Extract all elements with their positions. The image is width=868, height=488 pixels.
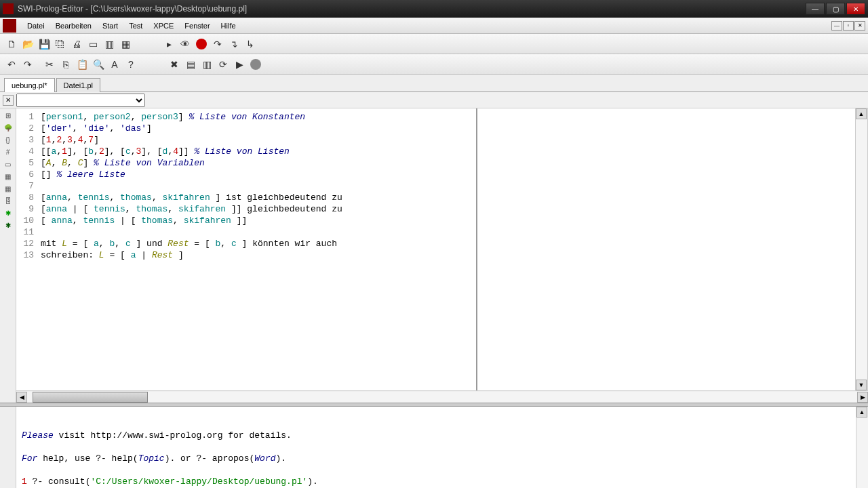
editor-vscroll[interactable]: ▲ ▼ [855, 108, 867, 390]
step-over-icon[interactable]: ↷ [210, 37, 225, 52]
spy-icon[interactable]: 👁 [178, 37, 193, 52]
editor-body: 12345678910111213 [person1, person2, per… [16, 108, 868, 390]
scroll-up-icon[interactable]: ▲ [856, 108, 867, 119]
toolbar-run-group: ✖ ▤ ▥ ⟳ ▶ [167, 57, 263, 72]
console-container: Please visit http://www.swi-prolog.org f… [0, 407, 868, 488]
print-icon[interactable]: 🖨 [69, 37, 84, 52]
editor-container: 12345678910111213 [person1, person2, per… [16, 108, 868, 403]
workspace: ⊞ 🌳 {} # ▭ ▦ ▦ 🗄 ✱ ✱ 12345678910111213 [… [0, 108, 868, 403]
box-icon[interactable]: ▦ [3, 171, 14, 182]
titlebar: SWI-Prolog-Editor - [C:\Users\kwoxer-lap… [0, 0, 868, 18]
toolbar-secondary: ↶ ↷ ✂ ⎘ 📋 🔍 A ? ✖ ▤ ▥ ⟳ ▶ [0, 54, 868, 75]
paste-icon[interactable]: 📋 [75, 57, 90, 72]
bookmark-icon[interactable]: ▤ [183, 57, 198, 72]
reload-icon[interactable]: ⟳ [216, 57, 231, 72]
consult-icon[interactable]: ▸ [161, 37, 176, 52]
find-icon[interactable]: 🔍 [91, 57, 106, 72]
record-icon[interactable] [248, 57, 263, 72]
mdi-restore[interactable]: ▫ [843, 21, 854, 30]
menu-start[interactable]: Start [97, 18, 123, 33]
close-button[interactable]: ✕ [846, 3, 865, 15]
app-menu-icon [3, 19, 16, 33]
maximize-button[interactable]: ▢ [826, 3, 845, 15]
toolbar-debug-group: ▸ 👁 ↷ ↴ ↳ [161, 37, 258, 52]
console-gutter [0, 407, 16, 488]
step-into-icon[interactable]: ↴ [226, 37, 241, 52]
copy-icon[interactable]: ⎘ [58, 57, 73, 72]
editor-tabs: uebung.pl*Datei1.pl [0, 75, 868, 92]
hash-icon[interactable]: # [3, 146, 14, 157]
menu-fenster[interactable]: Fenster [179, 18, 215, 33]
menu-test[interactable]: Test [123, 18, 148, 33]
search-dropdown[interactable] [16, 94, 145, 107]
scroll-right-icon[interactable]: ▶ [857, 392, 868, 403]
hscroll-track[interactable] [27, 392, 857, 403]
window-title: SWI-Prolog-Editor - [C:\Users\kwoxer-lap… [18, 4, 806, 14]
app-icon [3, 3, 14, 14]
redo-icon[interactable]: ↷ [20, 57, 35, 72]
bug-green-icon[interactable]: ✱ [3, 207, 14, 218]
step-out-icon[interactable]: ↳ [243, 37, 258, 52]
db-icon[interactable]: 🗄 [3, 195, 14, 206]
window-buttons: — ▢ ✕ [806, 3, 865, 15]
left-icon-bar: ⊞ 🌳 {} # ▭ ▦ ▦ 🗄 ✱ ✱ [0, 108, 16, 403]
structure-icon[interactable]: ⊞ [3, 110, 14, 121]
hscroll-thumb[interactable] [33, 392, 148, 403]
code-area[interactable]: [person1, person2, person3] % Liste von … [38, 108, 476, 390]
menu-xpce[interactable]: XPCE [148, 18, 179, 33]
grid-icon[interactable]: ▦ [3, 183, 14, 194]
mdi-close[interactable]: ✕ [854, 21, 865, 30]
minimize-button[interactable]: — [806, 3, 825, 15]
layout3-icon[interactable]: ▦ [118, 37, 133, 52]
console-vscroll-track[interactable] [856, 418, 868, 488]
line-gutter: 12345678910111213 [16, 108, 38, 390]
search-close-icon[interactable]: ✕ [3, 95, 14, 106]
menu-datei[interactable]: Datei [22, 18, 50, 33]
console-scroll-up-icon[interactable]: ▲ [856, 407, 867, 418]
editor-hscroll[interactable]: ◀ ▶ [16, 390, 868, 403]
save-icon[interactable]: 💾 [37, 37, 52, 52]
menu-hilfe[interactable]: Hilfe [216, 18, 241, 33]
toggle-bp-icon[interactable]: ✖ [167, 57, 182, 72]
mdi-minimize[interactable]: — [831, 21, 842, 30]
console-output[interactable]: Please visit http://www.swi-prolog.org f… [16, 407, 856, 488]
menubar: DateiBearbeitenStartTestXPCEFensterHilfe… [0, 18, 868, 34]
layout2-icon[interactable]: ▥ [102, 37, 117, 52]
brackets-icon[interactable]: {} [3, 134, 14, 145]
editor-right-pane [477, 108, 855, 390]
vscroll-track[interactable] [856, 119, 867, 380]
tree-icon[interactable]: 🌳 [3, 122, 14, 133]
cut-icon[interactable]: ✂ [42, 57, 57, 72]
scroll-down-icon[interactable]: ▼ [856, 380, 867, 390]
run-icon[interactable]: ▶ [232, 57, 247, 72]
console-vscroll[interactable]: ▲ ▼ [856, 407, 868, 488]
layout1-icon[interactable]: ▭ [85, 37, 100, 52]
mdi-buttons: — ▫ ✕ [831, 21, 865, 30]
toolbar-primary: 🗋 📂 💾 ⿻ 🖨 ▭ ▥ ▦ ▸ 👁 ↷ ↴ ↳ [0, 34, 868, 54]
tab-uebungpl[interactable]: uebung.pl* [4, 78, 55, 92]
open-file-icon[interactable]: 📂 [20, 37, 35, 52]
search-bar: ✕ [0, 92, 868, 108]
line-icon[interactable]: ▭ [3, 159, 14, 169]
save-all-icon[interactable]: ⿻ [53, 37, 68, 52]
undo-icon[interactable]: ↶ [4, 57, 19, 72]
tab-datei1pl[interactable]: Datei1.pl [56, 78, 100, 92]
new-file-icon[interactable]: 🗋 [4, 37, 19, 52]
help-icon[interactable]: ? [123, 57, 138, 72]
bug-dark-icon[interactable]: ✱ [3, 220, 14, 230]
bookmark2-icon[interactable]: ▥ [199, 57, 214, 72]
editor-pane[interactable]: 12345678910111213 [person1, person2, per… [16, 108, 477, 390]
stop-icon[interactable] [194, 37, 209, 52]
menu-bearbeiten[interactable]: Bearbeiten [50, 18, 97, 33]
font-icon[interactable]: A [107, 57, 122, 72]
scroll-left-icon[interactable]: ◀ [16, 392, 27, 403]
